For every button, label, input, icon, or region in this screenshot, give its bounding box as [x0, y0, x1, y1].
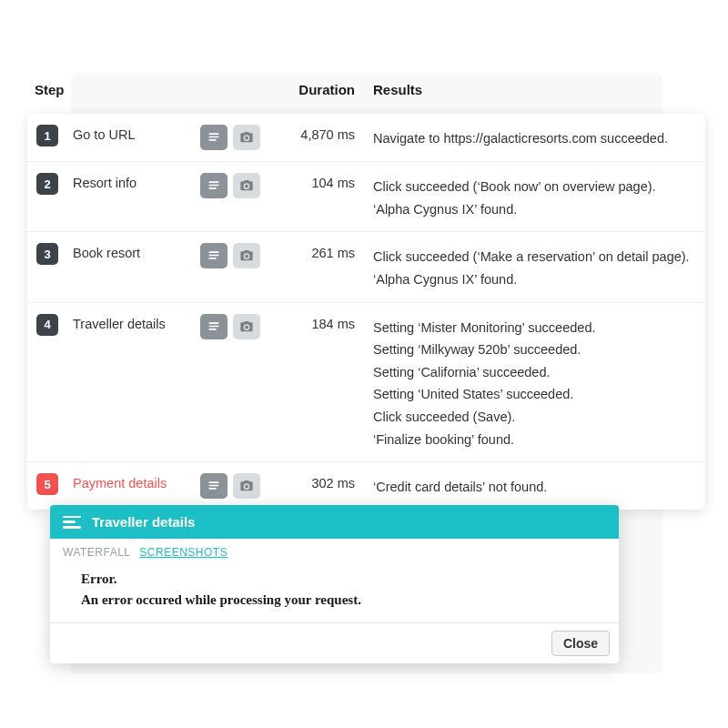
- table-row[interactable]: 2Resort info104 msClick succeeded (‘Book…: [27, 162, 705, 232]
- steps-table: Step Duration Results 1Go to URL4,870 ms…: [27, 82, 705, 510]
- step-results: Navigate to https://galacticresorts.com …: [373, 125, 705, 150]
- modal-title: Traveller details: [92, 514, 195, 530]
- step-number-badge: 5: [36, 473, 58, 495]
- steps-card: 1Go to URL4,870 msNavigate to https://ga…: [27, 114, 705, 510]
- camera-icon[interactable]: [233, 243, 260, 268]
- header-results: Results: [373, 82, 705, 97]
- camera-icon[interactable]: [233, 314, 260, 339]
- notes-icon[interactable]: [200, 473, 228, 499]
- step-name: Payment details: [73, 473, 200, 490]
- tab-waterfall[interactable]: WATERFALL: [63, 546, 131, 559]
- notes-icon[interactable]: [200, 243, 228, 268]
- table-row[interactable]: 3Book resort261 msClick succeeded (‘Make…: [27, 232, 705, 302]
- step-duration: 261 ms: [282, 243, 373, 260]
- step-name: Go to URL: [73, 125, 200, 142]
- step-number-badge: 3: [36, 243, 58, 265]
- error-title: Error.: [81, 571, 588, 587]
- step-actions: [200, 243, 282, 268]
- modal-body: Error. An error occured while processing…: [50, 562, 619, 622]
- camera-icon[interactable]: [233, 173, 260, 198]
- result-line: Click succeeded (Save).: [373, 406, 693, 429]
- step-duration: 104 ms: [282, 173, 373, 190]
- tab-screenshots[interactable]: SCREENSHOTS: [139, 546, 228, 559]
- step-actions: [200, 314, 282, 339]
- modal-footer: Close: [50, 622, 619, 663]
- result-line: ‘Alpha Cygnus IX’ found.: [373, 198, 693, 221]
- header-step: Step: [27, 82, 73, 97]
- notes-icon[interactable]: [200, 125, 228, 150]
- step-actions: [200, 473, 282, 499]
- notes-icon[interactable]: [200, 314, 228, 339]
- header-duration: Duration: [282, 82, 373, 97]
- step-detail-modal: Traveller details WATERFALL SCREENSHOTS …: [50, 505, 619, 663]
- step-results: Click succeeded (‘Make a reservation’ on…: [373, 243, 705, 290]
- result-line: ‘Alpha Cygnus IX’ found.: [373, 268, 693, 291]
- step-number-badge: 2: [36, 173, 58, 195]
- result-line: Setting ‘California’ succeeded.: [373, 361, 693, 384]
- step-name: Traveller details: [73, 314, 200, 331]
- error-message: An error occured while processing your r…: [81, 592, 588, 608]
- close-button[interactable]: Close: [551, 631, 610, 656]
- result-line: Navigate to https://galacticresorts.com …: [373, 127, 693, 150]
- result-line: Setting ‘United States’ succeeded.: [373, 383, 693, 406]
- step-duration: 4,870 ms: [282, 125, 373, 142]
- table-row[interactable]: 5Payment details302 ms‘Credit card detai…: [27, 462, 705, 510]
- table-row[interactable]: 4Traveller details184 msSetting ‘Mister …: [27, 303, 705, 463]
- step-actions: [200, 173, 282, 198]
- menu-icon[interactable]: [63, 516, 81, 529]
- camera-icon[interactable]: [233, 473, 260, 499]
- result-line: Setting ‘Mister Monitoring’ succeeded.: [373, 317, 693, 339]
- modal-header[interactable]: Traveller details: [50, 505, 619, 539]
- step-number-badge: 4: [36, 314, 58, 336]
- result-line: Setting ‘Milkyway 520b’ succeeded.: [373, 339, 693, 361]
- table-headers: Step Duration Results: [27, 82, 705, 114]
- step-duration: 302 ms: [282, 473, 373, 490]
- step-actions: [200, 125, 282, 150]
- step-results: ‘Credit card details’ not found.: [373, 473, 705, 499]
- result-line: ‘Finalize booking’ found.: [373, 429, 693, 451]
- step-duration: 184 ms: [282, 314, 373, 331]
- header-actions: [200, 82, 282, 97]
- table-row[interactable]: 1Go to URL4,870 msNavigate to https://ga…: [27, 114, 705, 162]
- modal-tabs: WATERFALL SCREENSHOTS: [50, 539, 619, 562]
- header-name: [73, 82, 200, 97]
- step-results: Click succeeded (‘Book now’ on overview …: [373, 173, 705, 220]
- result-line: ‘Credit card details’ not found.: [373, 476, 693, 499]
- camera-icon[interactable]: [233, 125, 260, 150]
- step-number-badge: 1: [36, 125, 58, 147]
- result-line: Click succeeded (‘Book now’ on overview …: [373, 176, 693, 198]
- step-name: Book resort: [73, 243, 200, 260]
- notes-icon[interactable]: [200, 173, 228, 198]
- result-line: Click succeeded (‘Make a reservation’ on…: [373, 246, 693, 268]
- step-name: Resort info: [73, 173, 200, 190]
- step-results: Setting ‘Mister Monitoring’ succeeded.Se…: [373, 314, 705, 451]
